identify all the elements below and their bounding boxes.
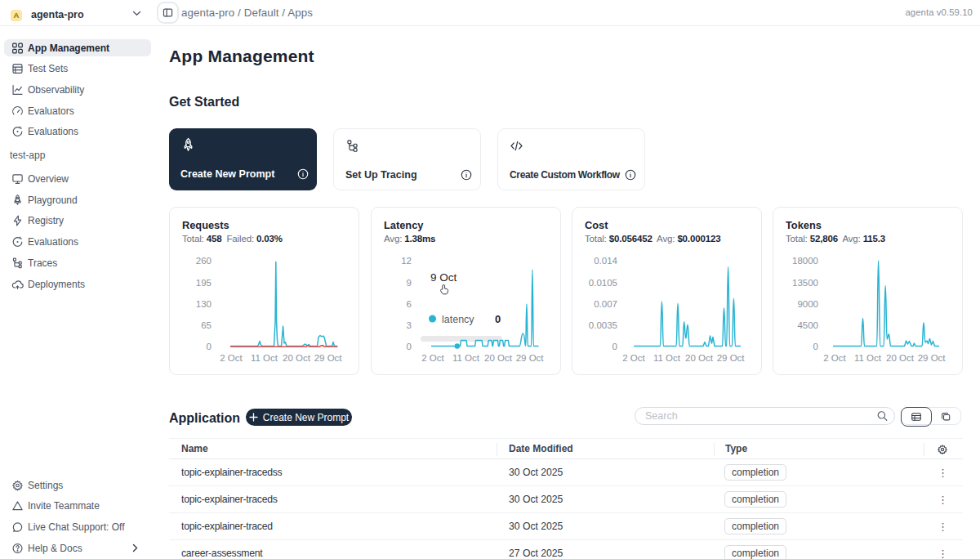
svg-text:195: 195 [196, 278, 212, 288]
svg-text:0.0035: 0.0035 [589, 320, 617, 330]
svg-text:0: 0 [407, 342, 412, 351]
svg-text:0.0105: 0.0105 [589, 278, 617, 288]
svg-text:2 Oct: 2 Oct [823, 353, 846, 363]
svg-text:6: 6 [407, 299, 412, 309]
svg-text:29 Oct: 29 Oct [314, 353, 343, 363]
svg-text:29 Oct: 29 Oct [717, 353, 746, 363]
svg-text:260: 260 [196, 256, 212, 266]
svg-text:130: 130 [196, 299, 212, 309]
svg-text:11 Oct: 11 Oct [854, 353, 882, 363]
svg-text:0: 0 [207, 342, 212, 351]
svg-text:20 Oct: 20 Oct [685, 353, 714, 363]
svg-text:65: 65 [201, 320, 212, 330]
svg-text:9 Oct: 9 Oct [430, 271, 457, 284]
svg-text:0: 0 [495, 313, 501, 325]
svg-text:20 Oct: 20 Oct [886, 353, 915, 363]
svg-text:29 Oct: 29 Oct [516, 353, 545, 363]
svg-text:2 Oct: 2 Oct [421, 353, 444, 363]
svg-text:0.007: 0.007 [594, 299, 617, 309]
svg-text:latency: latency [442, 314, 474, 325]
svg-text:0: 0 [612, 342, 617, 351]
svg-text:3: 3 [407, 320, 412, 330]
svg-text:29 Oct: 29 Oct [918, 353, 947, 363]
svg-text:9: 9 [407, 278, 412, 288]
svg-text:0.014: 0.014 [594, 256, 617, 266]
svg-text:13500: 13500 [792, 278, 818, 288]
svg-text:4500: 4500 [797, 320, 818, 330]
svg-text:9000: 9000 [797, 299, 818, 309]
svg-text:2 Oct: 2 Oct [622, 353, 645, 363]
svg-text:11 Oct: 11 Oct [653, 353, 681, 363]
svg-text:18000: 18000 [792, 256, 818, 266]
svg-text:11 Oct: 11 Oct [251, 353, 278, 363]
svg-text:2 Oct: 2 Oct [220, 353, 243, 363]
svg-text:11 Oct: 11 Oct [452, 353, 480, 363]
svg-text:20 Oct: 20 Oct [484, 353, 513, 363]
svg-text:20 Oct: 20 Oct [283, 353, 311, 363]
svg-text:12: 12 [401, 256, 412, 266]
svg-text:0: 0 [813, 342, 818, 351]
